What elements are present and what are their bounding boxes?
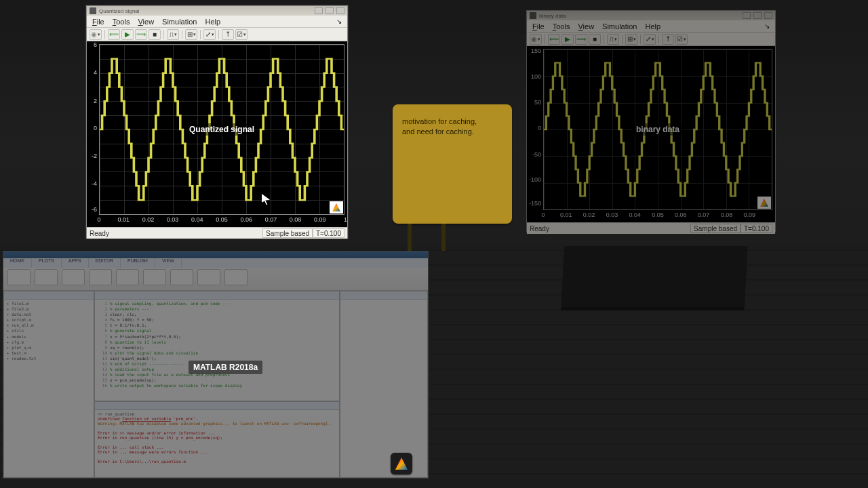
simulink-badge-icon [330, 201, 343, 214]
step-back-button[interactable]: ⟸ [548, 34, 560, 45]
window-title: Quantized signal [99, 8, 140, 14]
status-mode: Sample based [262, 228, 313, 238]
titlebar[interactable]: binary data [527, 11, 775, 20]
status-time: T=0.100 [741, 224, 772, 233]
window-title: binary data [539, 13, 566, 19]
menu-file[interactable]: FFileile [88, 18, 108, 26]
window-icon [530, 12, 536, 19]
status-mode: Sample based [690, 224, 741, 233]
toolstrip-tabs[interactable]: HOME PLOTS APPS EDITOR PUBLISH VIEW [3, 258, 428, 268]
titlebar[interactable]: Quantized signal [87, 6, 347, 16]
menu-file[interactable]: File [528, 22, 549, 30]
x-extra: 1 [344, 216, 347, 223]
menu-simulation[interactable]: Simulation [598, 22, 641, 30]
zoom-button[interactable]: ⤢ [203, 29, 216, 40]
menubar[interactable]: FFileile Tools View Simulation Help ↘ [87, 16, 347, 28]
tab-plots[interactable]: PLOTS [32, 258, 62, 268]
statusbar: Ready Sample based T=0.100 [527, 222, 775, 234]
window-icon [90, 7, 96, 14]
configure-button[interactable] [530, 34, 542, 45]
cursor-measure-button[interactable]: ⊞ [185, 29, 197, 40]
menu-overflow-icon[interactable]: ↘ [760, 22, 774, 30]
editor-pane[interactable]: 1% signal sampling, quantization, and pc… [94, 291, 340, 401]
workspace-pane[interactable] [340, 291, 428, 478]
trigger-button[interactable]: ⎍ [607, 34, 619, 45]
step-back-button[interactable]: ⟸ [108, 29, 120, 40]
scope-window-binary[interactable]: binary data File Tools View Simulation H… [526, 10, 776, 232]
configure-button[interactable] [90, 29, 102, 40]
minimize-button[interactable] [743, 12, 751, 19]
plot-area[interactable]: Quantized signal [99, 44, 344, 215]
menu-simulation[interactable]: Simulation [158, 18, 201, 26]
menu-overflow-icon[interactable]: ↘ [332, 18, 346, 25]
step-forward-button[interactable]: ⟹ [135, 29, 147, 40]
menu-view[interactable]: View [134, 18, 158, 26]
close-button[interactable] [336, 7, 344, 14]
minimize-button[interactable] [315, 7, 323, 14]
toolbar[interactable]: ⟸ ▶ ⟹ ■ ⎍ ⊞ ⤢ ⤒ ☑ [527, 33, 775, 46]
autoscale-button[interactable]: ⤒ [222, 29, 234, 40]
menu-tools[interactable]: Tools [108, 18, 134, 26]
menu-view[interactable]: View [574, 22, 598, 30]
simulink-badge-icon [757, 197, 771, 209]
sticky-text-line: and need for caching. [402, 127, 502, 137]
tab-apps[interactable]: APPS [62, 258, 89, 268]
run-button[interactable]: ▶ [561, 34, 574, 45]
menu-tools[interactable]: Tools [549, 22, 574, 30]
sticky-text-line: motivation for caching, [402, 117, 502, 127]
tab-editor[interactable]: EDITOR [89, 258, 121, 268]
plot-area[interactable]: binary data [543, 49, 772, 210]
toolbar[interactable]: ⟸ ▶ ⟹ ■ ⎍ ⊞ ⤢ ⤒ ☑ [87, 28, 347, 41]
matlab-window-label: MATLAB R2018a [189, 361, 262, 374]
menu-help[interactable]: Help [201, 18, 224, 26]
y-axis: 6 4 2 0 -2 -4 -6 [87, 41, 99, 215]
scope-window-quantized[interactable]: Quantized signal FFileile Tools View Sim… [86, 5, 348, 239]
menubar[interactable]: File Tools View Simulation Help ↘ [527, 20, 775, 33]
zoom-button[interactable]: ⤢ [644, 34, 656, 45]
sticky-note[interactable]: motivation for caching, and need for cac… [393, 104, 512, 224]
tab-home[interactable]: HOME [3, 258, 32, 268]
matlab-dock-icon[interactable] [391, 453, 412, 474]
current-folder-pane[interactable]: ▸ file1.m▸ file2.m▸ data.mat▸ script.m ▸… [3, 291, 94, 478]
maximize-button[interactable] [326, 7, 334, 14]
step-forward-button[interactable]: ⟹ [575, 34, 587, 45]
trigger-button[interactable]: ⎍ [167, 29, 179, 40]
stop-button[interactable]: ■ [149, 29, 161, 40]
x-axis: 0 0.01 0.02 0.03 0.04 0.05 0.06 0.07 0.0… [99, 215, 344, 227]
status-time: T=0.100 [313, 228, 344, 238]
tab-view[interactable]: VIEW [155, 258, 182, 268]
stop-button[interactable]: ■ [589, 34, 601, 45]
x-axis: 0 0.01 0.02 0.03 0.04 0.05 0.06 0.07 0.0… [543, 210, 772, 222]
tab-publish[interactable]: PUBLISH [121, 258, 155, 268]
y-axis: 150 100 50 0 -50 -100 -150 [527, 46, 543, 210]
close-button[interactable] [764, 12, 772, 19]
layout-button[interactable]: ☑ [675, 34, 688, 45]
cursor-measure-button[interactable]: ⊞ [625, 34, 637, 45]
run-button[interactable]: ▶ [121, 29, 134, 40]
menu-help[interactable]: Help [641, 22, 665, 30]
statusbar: Ready Sample based T=0.100 [87, 227, 347, 239]
maximize-button[interactable] [753, 12, 762, 19]
command-window-pane[interactable]: >> run_quantize Undefined function or va… [94, 401, 340, 478]
status-ready: Ready [90, 230, 109, 237]
autoscale-button[interactable]: ⤒ [662, 34, 674, 45]
layout-button[interactable]: ☑ [235, 29, 248, 40]
status-ready: Ready [530, 225, 549, 232]
